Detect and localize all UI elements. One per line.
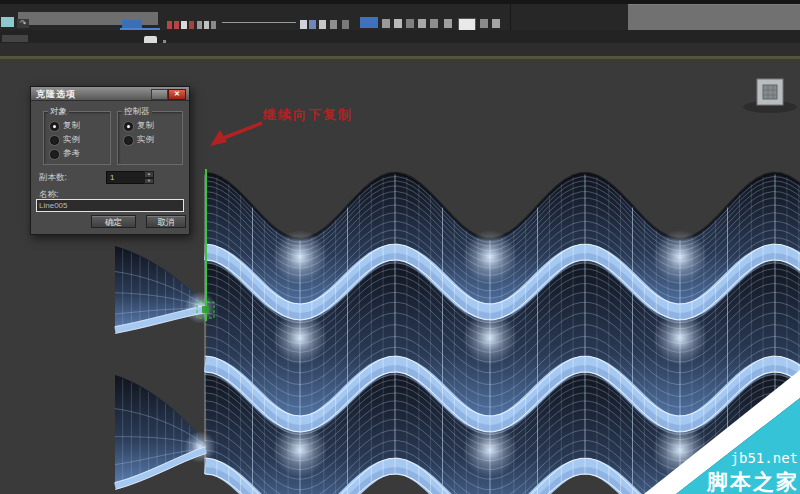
toolbar-icon[interactable] — [382, 19, 390, 28]
statusbar-strip — [0, 43, 800, 56]
mirror-icon[interactable] — [167, 21, 172, 29]
toolbar-icon[interactable] — [197, 21, 202, 29]
toolbar-icon[interactable] — [189, 21, 194, 29]
radio-ctrl-instance-label: 实例 — [137, 134, 154, 146]
copies-label: 副本数: — [39, 172, 67, 184]
cancel-button[interactable]: 取消 — [146, 215, 186, 228]
toolbar-icon[interactable] — [418, 19, 426, 28]
clone-options-dialog[interactable]: 克隆选项 ✕ 对象 复制 实例 参考 控制器 复制 — [30, 86, 190, 235]
radio-ctrl-copy-label: 复制 — [137, 120, 154, 132]
toolbar-icon[interactable] — [430, 19, 438, 28]
radio-ctrl-instance[interactable]: 实例 — [124, 134, 154, 146]
render-setup-icon[interactable] — [444, 19, 452, 28]
mirror-icon[interactable] — [174, 21, 179, 29]
ribbon-row — [0, 30, 800, 43]
toolbar-icon[interactable] — [211, 21, 216, 29]
scene-object-cube[interactable] — [743, 79, 797, 113]
spinner-down-icon[interactable]: ▼ — [144, 178, 154, 185]
ribbon-label-strip — [2, 35, 28, 42]
viewport-top-edge — [0, 56, 800, 59]
radio-reference-icon[interactable] — [50, 150, 59, 159]
controller-group: 控制器 复制 实例 — [117, 111, 183, 165]
watermark-site-name: 脚本之家 — [706, 470, 799, 493]
material-editor-icon[interactable] — [360, 17, 378, 28]
toolbar-icon[interactable] — [330, 20, 337, 29]
toolbar-icon[interactable] — [394, 19, 402, 28]
align-icon[interactable] — [181, 21, 187, 29]
right-panel — [628, 4, 800, 31]
object-group: 对象 复制 实例 参考 — [43, 111, 111, 165]
watermark: jb51.net 脚本之家 — [600, 360, 800, 494]
name-input[interactable] — [36, 199, 184, 212]
toolbar-icon[interactable] — [204, 21, 209, 29]
watermark-url: jb51.net — [731, 450, 798, 466]
object-group-label: 对象 — [48, 106, 69, 118]
schematic-view-icon[interactable] — [319, 20, 326, 29]
spinner-arrows[interactable]: ▲ ▼ — [144, 171, 154, 184]
curve-editor-icon[interactable] — [309, 20, 316, 29]
rendered-frame-icon[interactable] — [480, 19, 488, 28]
application-window: ↷ — [0, 0, 800, 494]
copies-spinner[interactable]: 1 — [106, 171, 147, 184]
help-icon[interactable] — [151, 89, 168, 100]
main-toolbar: ↷ — [0, 0, 800, 59]
annotation-text: 继续向下复制 — [263, 106, 353, 124]
dialog-title: 克隆选项 — [36, 88, 76, 101]
radio-copy[interactable]: 复制 — [50, 120, 80, 132]
radio-instance-label: 实例 — [63, 134, 80, 146]
close-icon[interactable]: ✕ — [168, 89, 186, 100]
undo-icon[interactable]: ↷ — [17, 19, 29, 28]
toolbar-icon[interactable] — [342, 20, 349, 29]
radio-copy-icon[interactable] — [50, 122, 59, 131]
toolbar-divider — [222, 22, 296, 23]
radio-instance-icon[interactable] — [50, 136, 59, 145]
radio-ctrl-copy-icon[interactable] — [124, 122, 133, 131]
dialog-titlebar[interactable]: 克隆选项 ✕ — [31, 87, 189, 101]
radio-reference[interactable]: 参考 — [50, 148, 80, 160]
radio-copy-label: 复制 — [63, 120, 80, 132]
toolbar-icon[interactable] — [406, 19, 414, 28]
annotation-arrow — [210, 123, 262, 146]
radio-reference-label: 参考 — [63, 148, 80, 160]
controller-group-label: 控制器 — [122, 106, 152, 118]
toolbar-icon[interactable] — [492, 19, 500, 28]
radio-instance[interactable]: 实例 — [50, 134, 80, 146]
snap-icon[interactable] — [1, 17, 14, 27]
ok-button[interactable]: 确定 — [91, 215, 136, 228]
toolbar-edge — [510, 4, 511, 30]
layer-manager-icon[interactable] — [300, 20, 307, 29]
radio-ctrl-copy[interactable]: 复制 — [124, 120, 154, 132]
radio-ctrl-instance-icon[interactable] — [124, 136, 133, 145]
vertex-handle[interactable] — [202, 306, 209, 313]
